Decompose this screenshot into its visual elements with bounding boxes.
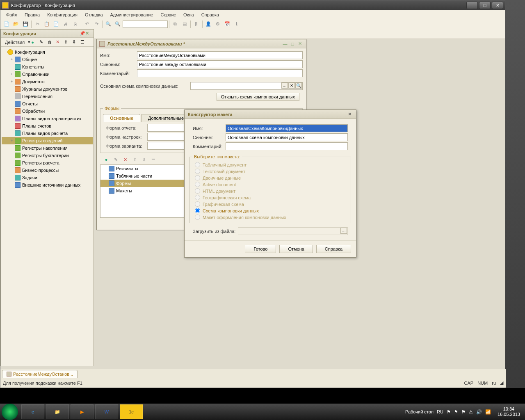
add-icon[interactable]: ●: [31, 40, 39, 45]
open-schema-button[interactable]: Открыть схему компоновки данных: [217, 93, 299, 101]
open-icon[interactable]: 📂: [11, 20, 21, 28]
tray-icon[interactable]: ⚠: [469, 409, 473, 415]
maximize-button[interactable]: □: [479, 2, 491, 9]
obj-add-icon[interactable]: ●: [102, 155, 111, 164]
tray-icon[interactable]: ⚑: [447, 409, 451, 415]
sort-icon[interactable]: ☰: [80, 39, 88, 45]
cut-icon[interactable]: ✂: [33, 20, 42, 28]
windows-icon[interactable]: ⧉: [171, 20, 180, 28]
calendar-icon[interactable]: 📅: [223, 20, 232, 28]
menu-file[interactable]: Файл: [3, 11, 21, 18]
tree-item[interactable]: Регистры бухгалтерии: [2, 152, 93, 159]
cascade-icon[interactable]: ▤: [180, 20, 189, 28]
undo-icon[interactable]: ↶: [82, 20, 91, 28]
help-icon[interactable]: ℹ: [232, 20, 241, 28]
tree-item[interactable]: Конфигурация: [2, 48, 93, 56]
system-tray[interactable]: Рабочий стол RU ⚑ ⚑ ⚑ ⚠ 🔊 📶 10:34 16.05.…: [405, 406, 523, 417]
tree-item[interactable]: Перечисления: [2, 93, 93, 100]
gear-icon[interactable]: ⚙: [213, 20, 222, 28]
menu-configuration[interactable]: Конфигурация: [44, 11, 81, 18]
tree-item[interactable]: Задачи: [2, 174, 93, 181]
task-1c[interactable]: 1c: [120, 404, 143, 419]
config-tree[interactable]: Конфигурация+Общие Константы+Справочники…: [1, 47, 94, 190]
window-tab[interactable]: РасстояниеМеждуОстанов...: [2, 370, 78, 378]
menu-edit[interactable]: Правка: [21, 11, 43, 18]
doc-close-icon[interactable]: ✕: [296, 41, 304, 46]
tree-item[interactable]: Отчеты: [2, 100, 93, 107]
resize-grip[interactable]: ◢: [500, 380, 503, 386]
task-word[interactable]: W: [95, 404, 118, 419]
redo-icon[interactable]: ↷: [92, 20, 101, 28]
pin-icon[interactable]: 📌: [80, 31, 85, 36]
save-icon[interactable]: 💾: [21, 20, 30, 28]
dlg-name-input[interactable]: [226, 124, 348, 132]
tab-main[interactable]: Основные: [103, 114, 140, 122]
tree-item[interactable]: Журналы документов: [2, 85, 93, 93]
del2-icon[interactable]: ✕: [56, 39, 63, 45]
close-button[interactable]: ✕: [492, 2, 503, 9]
obj-down-icon[interactable]: ⇩: [139, 155, 148, 164]
clock[interactable]: 10:34 16.05.2013: [494, 406, 523, 417]
menu-windows[interactable]: Окна: [180, 11, 197, 18]
tree-item[interactable]: Планы счетов: [2, 122, 93, 130]
tray-icon[interactable]: ⚑: [461, 409, 466, 415]
tree-item[interactable]: Внешние источники данных: [2, 181, 93, 189]
schema-search-icon[interactable]: 🔍: [295, 82, 302, 89]
edit-icon[interactable]: ✎: [39, 39, 47, 45]
compare-icon[interactable]: ⎘: [71, 20, 80, 28]
obj-up-icon[interactable]: ⇧: [130, 155, 139, 164]
delete-icon[interactable]: 🗑: [48, 40, 55, 45]
tree-item[interactable]: +Справочники: [2, 71, 93, 78]
task-explorer[interactable]: 📁: [46, 404, 69, 419]
panel-close-icon[interactable]: ✕: [85, 31, 91, 36]
search-input[interactable]: [123, 21, 168, 28]
cancel-button[interactable]: Отмена: [279, 245, 313, 253]
menu-administration[interactable]: Администрирование: [107, 11, 157, 18]
obj-sort-icon[interactable]: ☰: [149, 155, 158, 164]
copy-icon[interactable]: 📋: [42, 20, 51, 28]
dlg-comment-input[interactable]: [226, 142, 348, 150]
print-icon[interactable]: 🖨: [61, 20, 70, 28]
doc-min-icon[interactable]: —: [281, 41, 289, 46]
tree-item[interactable]: +Регистры сведений: [2, 137, 93, 144]
paste-icon[interactable]: 📄: [52, 20, 61, 28]
minimize-button[interactable]: —: [466, 2, 478, 9]
menu-debug[interactable]: Отладка: [82, 11, 106, 18]
name-input[interactable]: [137, 51, 303, 59]
schema-choose-icon[interactable]: …: [281, 82, 288, 89]
network-icon[interactable]: 📶: [485, 409, 491, 415]
dialog-close-icon[interactable]: ✕: [346, 112, 353, 117]
tree-item[interactable]: Константы: [2, 63, 93, 71]
comment-input[interactable]: [137, 69, 303, 77]
tree-item[interactable]: Планы видов характеристик: [2, 115, 93, 122]
tree-item[interactable]: Планы видов расчета: [2, 130, 93, 137]
start-button[interactable]: [2, 404, 18, 420]
up-icon[interactable]: ⇧: [64, 39, 71, 45]
task-player[interactable]: ▶: [71, 404, 94, 419]
task-ie[interactable]: e: [21, 404, 44, 419]
radio-option[interactable]: Схема компоновки данных: [195, 208, 346, 213]
menu-service[interactable]: Сервис: [157, 11, 179, 18]
search2-icon[interactable]: 🔍: [113, 20, 122, 28]
user-icon[interactable]: 👤: [204, 20, 213, 28]
schema-clear-icon[interactable]: ✕: [288, 82, 295, 89]
db-icon[interactable]: 🗄: [192, 20, 201, 28]
tray-icon[interactable]: ⚑: [454, 409, 458, 415]
obj-edit-icon[interactable]: ✎: [111, 155, 120, 164]
actions-label[interactable]: Действия: [2, 40, 27, 45]
help-button[interactable]: Справка: [316, 245, 351, 253]
tree-item[interactable]: +Общие: [2, 56, 93, 63]
dlg-synonym-input[interactable]: [226, 133, 348, 141]
menu-help[interactable]: Справка: [198, 11, 222, 18]
down-icon[interactable]: ⇩: [72, 39, 80, 45]
ok-button[interactable]: Готово: [245, 245, 276, 253]
desktop-label[interactable]: Рабочий стол: [405, 409, 434, 414]
tree-item[interactable]: +Документы: [2, 78, 93, 85]
input-lang[interactable]: RU: [437, 409, 443, 414]
synonym-input[interactable]: [137, 60, 303, 68]
tree-item[interactable]: Бизнес-процессы: [2, 167, 93, 174]
doc-max-icon[interactable]: □: [289, 41, 296, 46]
search-icon[interactable]: 🔍: [104, 20, 113, 28]
tab-additional[interactable]: Дополнительные: [141, 114, 191, 122]
tree-item[interactable]: Регистры расчета: [2, 159, 93, 167]
